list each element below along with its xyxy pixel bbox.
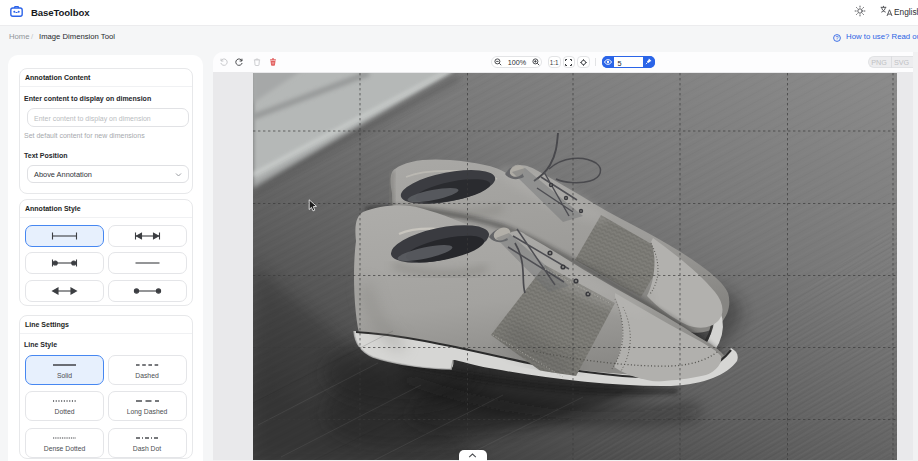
svg-text:?: ? [836, 35, 839, 41]
